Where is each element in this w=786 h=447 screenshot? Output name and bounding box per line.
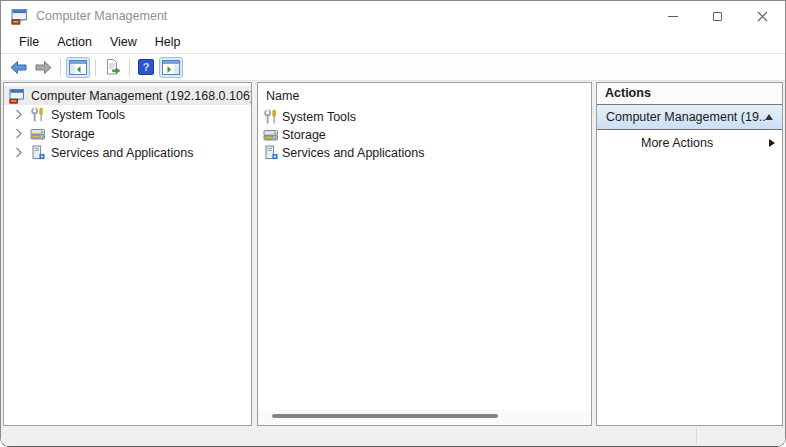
show-action-pane-button[interactable] <box>159 57 183 78</box>
maximize-icon <box>713 12 722 21</box>
toolbar: ? <box>1 54 785 81</box>
menu-view[interactable]: View <box>101 32 146 52</box>
storage-icon <box>263 127 279 143</box>
actions-group-label: Computer Management (19... <box>606 110 765 124</box>
list-item-system-tools[interactable]: System Tools <box>258 108 591 126</box>
tree-item-label: Services and Applications <box>51 146 193 160</box>
forward-arrow-icon <box>35 60 52 75</box>
toolbar-separator <box>129 59 130 76</box>
svg-text:?: ? <box>143 61 150 73</box>
action-pane-icon <box>162 60 180 75</box>
status-bar-divider <box>696 428 697 444</box>
actions-group-computer-management[interactable]: Computer Management (19... <box>597 105 782 130</box>
content-area: Computer Management (192.168.0.106) Syst… <box>1 81 785 446</box>
back-arrow-icon <box>10 60 27 75</box>
list-item-storage[interactable]: Storage <box>258 126 591 144</box>
show-console-tree-button[interactable] <box>66 57 90 78</box>
expand-chevron-icon[interactable] <box>11 147 26 159</box>
expand-chevron-icon[interactable] <box>11 128 26 140</box>
services-icon <box>263 145 279 161</box>
toolbar-separator <box>60 59 61 76</box>
expand-chevron-icon[interactable] <box>11 109 26 121</box>
list-item-label: Services and Applications <box>282 146 424 160</box>
close-button[interactable] <box>740 1 785 31</box>
list-item-label: System Tools <box>282 110 356 124</box>
computer-management-icon <box>9 88 25 104</box>
menu-file[interactable]: File <box>10 32 48 52</box>
tree-root-computer-management[interactable]: Computer Management (192.168.0.106) <box>4 86 251 105</box>
menu-help[interactable]: Help <box>146 32 190 52</box>
actions-pane: Actions Computer Management (19... More … <box>596 82 783 426</box>
services-icon <box>30 145 46 161</box>
collapse-icon[interactable] <box>765 114 773 120</box>
tree-item-system-tools[interactable]: System Tools <box>4 105 251 124</box>
system-tools-icon <box>263 109 279 125</box>
help-button[interactable]: ? <box>135 56 157 78</box>
console-tree-icon <box>69 60 87 75</box>
status-bar <box>1 426 785 446</box>
close-icon <box>757 11 768 22</box>
panes-row: Computer Management (192.168.0.106) Syst… <box>1 81 785 426</box>
list-item-services-and-applications[interactable]: Services and Applications <box>258 144 591 162</box>
submenu-arrow-icon <box>769 139 775 147</box>
minimize-icon <box>668 16 678 17</box>
list-body: System Tools Storage Services and Applic… <box>258 108 591 410</box>
computer-management-window: Computer Management File Action View Hel… <box>0 0 786 447</box>
horizontal-scrollbar-thumb[interactable] <box>272 414 498 418</box>
list-view-pane: Name System Tools Storage Services and A… <box>257 82 592 426</box>
forward-button[interactable] <box>32 57 55 78</box>
menu-action[interactable]: Action <box>48 32 101 52</box>
list-item-label: Storage <box>282 128 326 142</box>
minimize-button[interactable] <box>650 1 695 31</box>
export-list-button[interactable] <box>101 56 124 78</box>
toolbar-separator <box>95 59 96 76</box>
system-tools-icon <box>30 107 46 123</box>
column-header-name[interactable]: Name <box>258 83 591 108</box>
console-tree-pane: Computer Management (192.168.0.106) Syst… <box>3 82 252 426</box>
more-actions-label: More Actions <box>641 136 769 150</box>
menu-bar: File Action View Help <box>1 31 785 54</box>
more-actions-item[interactable]: More Actions <box>597 130 782 155</box>
maximize-button[interactable] <box>695 1 740 31</box>
tree-root-label: Computer Management (192.168.0.106) <box>31 89 252 103</box>
actions-pane-title: Actions <box>597 83 782 105</box>
horizontal-scrollbar[interactable] <box>258 410 591 425</box>
title-bar[interactable]: Computer Management <box>1 1 785 31</box>
tree-item-services-and-applications[interactable]: Services and Applications <box>4 143 251 162</box>
storage-icon <box>30 126 46 142</box>
help-icon: ? <box>138 59 154 75</box>
tree-item-storage[interactable]: Storage <box>4 124 251 143</box>
computer-management-icon <box>11 8 28 25</box>
back-button[interactable] <box>7 57 30 78</box>
window-title: Computer Management <box>36 9 167 23</box>
export-list-icon <box>104 59 121 75</box>
tree-item-label: System Tools <box>51 108 125 122</box>
tree-item-label: Storage <box>51 127 95 141</box>
